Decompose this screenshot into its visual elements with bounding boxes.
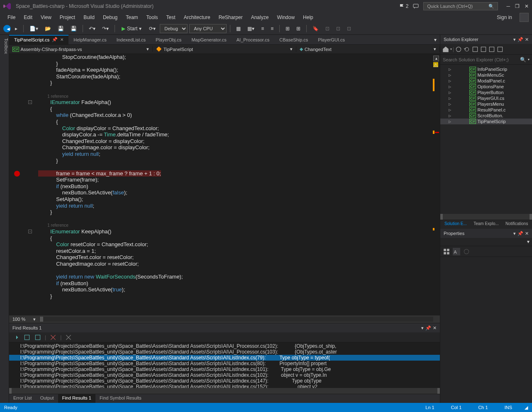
file-tab[interactable]: PlayerGUI.cs [313,35,350,44]
tree-item[interactable]: ▷C#ResultPanel.c [440,107,532,113]
properties-button[interactable] [488,46,495,53]
panel-close-button[interactable]: ✕ [433,325,437,331]
horizontal-scrollbar[interactable] [39,317,433,322]
tree-item[interactable]: ▷C#PlayerGUI.cs [440,95,532,101]
sln-dropdown-button[interactable]: ▾ [513,37,516,42]
nav-fwd-button[interactable]: ▸ [12,24,20,33]
clear-all-button[interactable] [49,334,57,341]
solution-search[interactable]: 🔍▾ [440,55,532,65]
user-avatar-icon[interactable] [520,13,529,22]
bookmark-button[interactable]: 🔖 [310,24,321,33]
assembly-dropdown[interactable]: C#Assembly-CSharp-firstpass-vs▾ [9,46,153,52]
quick-launch-input[interactable]: Quick Launch (Ctrl+Q) 🔍 [423,2,498,10]
prop-wrench-button[interactable] [463,248,470,255]
fold-button[interactable]: - [28,100,32,104]
notification-flag[interactable]: 2 [399,3,409,9]
find-result-line[interactable]: I:\Programming\Projects\SpaceBattles_uni… [9,372,440,378]
expand-icon[interactable]: ▷ [449,73,451,77]
menu-team[interactable]: Team [122,13,142,22]
expand-icon[interactable]: ▷ [449,102,451,106]
tree-item[interactable]: ▷C#ModalPanel.c [440,78,532,84]
expand-icon[interactable]: ▷ [449,114,451,118]
prop-close-button[interactable]: ✕ [525,231,529,236]
file-tab[interactable]: IndexedList.cs [112,35,151,44]
toolbar-btn-3[interactable]: ⊞ [283,24,292,33]
expand-icon[interactable]: ▷ [449,79,451,83]
split-button[interactable]: ▴ [433,56,439,61]
breakpoint-icon[interactable] [14,171,20,177]
tree-item[interactable]: ▷C#PlayerButton [440,90,532,95]
panel-pin-button[interactable]: 📌 [425,325,431,331]
solution-tree[interactable]: ▷C#InfoPanelScrip▷C#MainMenuSc▷C#ModalPa… [440,65,532,214]
toolbar-btn-5[interactable]: ⊡ [323,24,332,33]
menu-architecture[interactable]: Architecture [180,13,215,22]
solution-search-input[interactable] [443,57,520,62]
pin-icon[interactable]: 📌 [52,37,58,42]
fold-button[interactable]: - [28,230,32,233]
find-h-scrollbar[interactable] [9,388,440,394]
tree-item[interactable]: ▷C#OptionsPane [440,84,532,90]
minimize-button[interactable]: ─ [506,3,510,9]
alphabetical-button[interactable]: A [453,248,460,255]
comment-button[interactable]: ≡ [259,24,266,33]
prop-pin-button[interactable]: 📌 [517,231,523,236]
save-button[interactable]: 💾 [55,24,66,33]
menu-project[interactable]: Project [56,13,79,22]
sln-panel-tab[interactable]: Notifications [501,220,532,229]
resize-grip-icon[interactable]: ◢ [525,405,528,410]
file-tab[interactable]: HelpManager.cs [68,35,112,44]
goto-location-button[interactable] [12,334,20,341]
sln-close-button[interactable]: ✕ [525,37,529,42]
save-all-button[interactable]: 💾 [68,24,79,33]
nav-back-button[interactable]: ◄ [3,25,11,32]
find-result-line[interactable]: I:\Programming\Projects\SpaceBattles_uni… [9,349,440,355]
sln-panel-tab[interactable]: Team Explo... [471,220,502,229]
file-tab[interactable]: TipPanelScript.cs📌✕ [9,35,68,44]
find-result-line[interactable]: I:\Programming\Projects\SpaceBattles_uni… [9,361,440,366]
menu-resharper[interactable]: ReSharper [215,13,247,22]
platform-dropdown[interactable]: Any CPU [189,24,227,33]
toolbar-btn-4[interactable]: ⊞ [294,24,303,33]
toolbar-btn-1[interactable]: ▦ [234,24,243,33]
restore-button[interactable]: ❐ [515,3,520,9]
toolbox-panel-tab[interactable]: Toolbox [0,35,9,403]
find-result-line[interactable]: I:\Programming\Projects\SpaceBattles_uni… [9,343,440,349]
overview-ruler[interactable]: ▴ ⚠ [432,54,440,315]
expand-icon[interactable]: ▷ [449,85,451,89]
expand-icon[interactable]: ▷ [449,120,451,124]
redo-button[interactable]: ↷▾ [100,24,111,33]
class-dropdown[interactable]: 🔶TipPanelScript▾ [153,46,296,52]
menu-build[interactable]: Build [79,13,99,22]
find-result-line[interactable]: I:\Programming\Projects\SpaceBattles_uni… [9,378,440,384]
new-project-button[interactable]: 📄▾ [27,24,41,33]
bottom-tab[interactable]: Find Results 1 [58,394,95,403]
bottom-tab[interactable]: Output [36,394,58,403]
tree-item[interactable]: ▷C#PlayersMenu [440,101,532,107]
toolbar-btn-7[interactable]: ⊡ [344,24,354,33]
show-all-button[interactable] [480,46,487,53]
categorized-button[interactable] [443,248,450,255]
file-tab[interactable]: PlayerObj.cs [151,35,186,44]
sln-pin-button[interactable]: 📌 [517,37,523,42]
sln-h-scrollbar[interactable] [440,214,532,220]
feedback-icon[interactable] [412,3,419,10]
close-button[interactable]: ✕ [525,3,529,9]
menu-window[interactable]: Window [273,13,299,22]
file-tab[interactable]: MapGenerator.cs [186,35,231,44]
panel-dropdown-button[interactable]: ▾ [421,325,424,331]
expand-icon[interactable]: ▷ [449,91,451,95]
code-editor[interactable]: -- StopCoroutine(fadeAlpha); } fadeAlpha… [9,54,440,315]
next-result-button[interactable] [34,334,41,341]
menu-view[interactable]: View [37,13,56,22]
menu-debug[interactable]: Debug [99,13,122,22]
toolbar-btn-6[interactable]: ⊡ [334,24,343,33]
member-dropdown[interactable]: ◆ChangedText▾ [296,46,440,52]
expand-icon[interactable]: ▷ [449,68,451,71]
undo-button[interactable]: ↶▾ [86,24,98,33]
expand-icon[interactable]: ▷ [449,97,451,100]
properties-object-dropdown[interactable]: ▾ [440,238,532,246]
menu-file[interactable]: File [3,13,20,22]
file-tab[interactable]: AI_Processor.cs [232,35,274,44]
tabs-overflow-button[interactable]: ▾ [431,35,440,44]
menu-edit[interactable]: Edit [20,13,37,22]
